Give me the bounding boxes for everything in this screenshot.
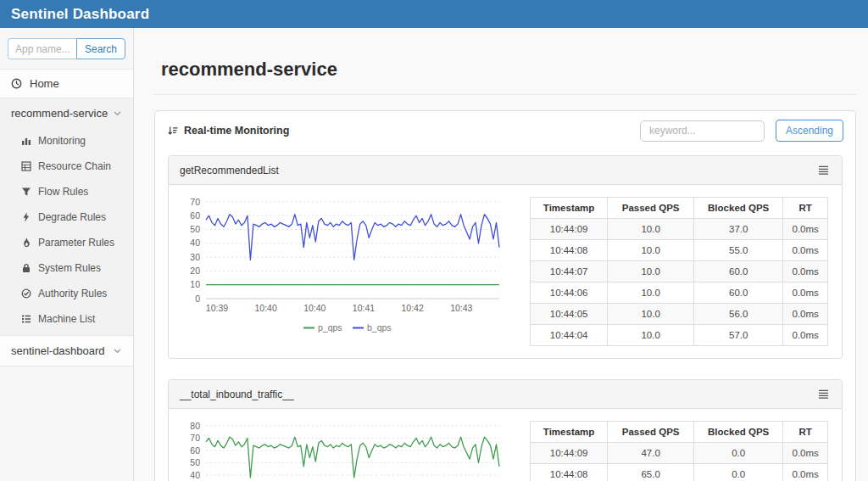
table-cell: 0.0ms — [783, 240, 828, 261]
ascending-sort-button[interactable]: Ascending — [776, 120, 843, 142]
svg-text:60: 60 — [190, 445, 200, 456]
sidebar-item-authority-rules[interactable]: Authority Rules — [0, 281, 133, 306]
svg-text:10: 10 — [190, 279, 200, 289]
table-cell: 10:44:08 — [531, 464, 608, 481]
app-submenu: MonitoringResource ChainFlow RulesDegrad… — [0, 128, 133, 335]
table-cell: 0.0ms — [783, 282, 828, 304]
svg-text:10:42: 10:42 — [402, 303, 424, 313]
table-cell: 0.0 — [694, 464, 783, 481]
table-cell: 0.0ms — [783, 304, 828, 325]
table-cell: 60.0 — [694, 282, 783, 304]
table-cell: 57.0 — [694, 325, 783, 346]
table-cell: 0.0ms — [783, 443, 828, 464]
sidebar-item-system-rules[interactable]: System Rules — [0, 255, 133, 281]
sidebar-item-label: Machine List — [38, 313, 95, 325]
card-header: getRecommendedList — [169, 156, 842, 185]
sidebar-item-home[interactable]: Home — [0, 69, 133, 98]
svg-text:50: 50 — [190, 224, 200, 234]
table-cell: 47.0 — [608, 443, 694, 464]
title-divider — [154, 94, 856, 95]
svg-text:p_qps: p_qps — [318, 322, 342, 333]
svg-text:b_qps: b_qps — [367, 322, 392, 333]
sidebar-item-flow-rules[interactable]: Flow Rules — [0, 179, 133, 204]
svg-text:10:40: 10:40 — [303, 303, 326, 313]
table-cell: 37.0 — [694, 219, 783, 240]
keyword-input[interactable] — [640, 120, 765, 142]
sidebar-item-label: Degrade Rules — [38, 211, 106, 223]
svg-text:60: 60 — [190, 210, 200, 221]
column-header: RT — [783, 198, 828, 219]
sidebar-item-degrade-rules[interactable]: Degrade Rules — [0, 204, 133, 230]
sidebar-app-recommend-service[interactable]: recommend-service — [0, 98, 133, 128]
table-cell: 10:44:09 — [531, 443, 608, 464]
qps-table-wrap: TimestampPassed QPSBlocked QPSRT10:44:09… — [530, 421, 828, 481]
sidebar: Search Home recommend-service Monitoring… — [0, 28, 134, 481]
resource-title: __total_inbound_traffic__ — [180, 389, 294, 400]
app-title: Sentinel Dashboard — [11, 6, 149, 23]
app-search-group: Search — [8, 38, 125, 59]
column-header: Blocked QPS — [694, 422, 783, 443]
table-cell: 0.0ms — [783, 464, 828, 481]
table-cell: 10:44:09 — [531, 219, 608, 240]
svg-text:10:41: 10:41 — [353, 303, 375, 313]
chevron-down-icon — [113, 346, 122, 355]
sidebar-app-group: recommend-service MonitoringResource Cha… — [0, 98, 133, 336]
panel-title: Real-time Monitoring — [184, 125, 289, 137]
resource-card-getRecommendedList: getRecommendedList 01020304050607010:391… — [168, 155, 843, 359]
table-cell: 10:44:07 — [531, 261, 608, 282]
card-header: __total_inbound_traffic__ — [169, 380, 842, 409]
column-header: RT — [783, 422, 828, 443]
resource-title: getRecommendedList — [180, 165, 279, 176]
table-row: 10:44:0865.00.00.0ms — [531, 464, 828, 481]
qps-table: TimestampPassed QPSBlocked QPSRT10:44:09… — [530, 197, 828, 346]
qps-table-wrap: TimestampPassed QPSBlocked QPSRT10:44:09… — [530, 197, 828, 346]
svg-text:20: 20 — [190, 266, 200, 276]
svg-text:10:39: 10:39 — [206, 303, 228, 313]
panel-header: Real-time Monitoring Ascending — [155, 111, 855, 147]
app-search-button[interactable]: Search — [76, 38, 125, 59]
table-cell: 10:44:06 — [531, 282, 608, 304]
chevron-down-icon — [113, 109, 122, 118]
svg-text:80: 80 — [190, 421, 200, 431]
sidebar-item-label: Parameter Rules — [38, 237, 114, 249]
sidebar-item-label: Monitoring — [38, 135, 86, 147]
table-cell: 10.0 — [608, 219, 694, 240]
table-cell: 0.0ms — [783, 219, 828, 240]
svg-text:40: 40 — [190, 470, 200, 480]
main-content: recommend-service Real-time Monitoring A… — [134, 28, 868, 481]
sidebar-item-machine-list[interactable]: Machine List — [0, 306, 133, 332]
table-row: 10:44:0710.060.00.0ms — [531, 261, 828, 282]
table-cell: 65.0 — [608, 464, 694, 481]
resource-card-total-inbound-traffic: __total_inbound_traffic__ 01020304050607… — [168, 379, 843, 481]
page-title: recommend-service — [161, 59, 856, 81]
column-header: Passed QPS — [608, 198, 694, 219]
fire-icon — [20, 238, 31, 249]
table-cell: 10:44:08 — [531, 240, 608, 261]
svg-text:10:40: 10:40 — [255, 303, 277, 313]
app-search-input[interactable] — [8, 38, 76, 59]
list-icon — [20, 314, 31, 325]
sidebar-item-resource-chain[interactable]: Resource Chain — [0, 154, 133, 179]
card-menu-icon[interactable] — [816, 164, 831, 176]
card-body: 01020304050607010:3910:4010:4010:4110:42… — [169, 185, 842, 358]
app-group-label: recommend-service — [11, 107, 108, 120]
table-header-row: TimestampPassed QPSBlocked QPSRT — [531, 422, 828, 443]
table-cell: 56.0 — [694, 304, 783, 325]
table-cell: 10.0 — [608, 240, 694, 261]
column-header: Timestamp — [531, 198, 608, 219]
svg-text:70: 70 — [190, 197, 200, 207]
column-header: Timestamp — [531, 422, 608, 443]
sidebar-item-monitoring[interactable]: Monitoring — [0, 128, 133, 154]
card-menu-icon[interactable] — [816, 388, 831, 400]
table-cell: 10.0 — [608, 261, 694, 282]
svg-text:30: 30 — [190, 252, 200, 262]
sidebar-app-sentinel-dashboard[interactable]: sentinel-dashboard — [0, 336, 133, 366]
sidebar-item-parameter-rules[interactable]: Parameter Rules — [0, 230, 133, 255]
sidebar-item-label: Resource Chain — [38, 160, 111, 172]
sidebar-home-label: Home — [30, 77, 59, 90]
sort-amount-icon — [167, 126, 178, 137]
filter-icon — [20, 187, 31, 198]
panel-tools: Ascending — [640, 120, 843, 142]
table-cell: 10:44:05 — [531, 304, 608, 325]
svg-text:10:43: 10:43 — [450, 303, 472, 313]
